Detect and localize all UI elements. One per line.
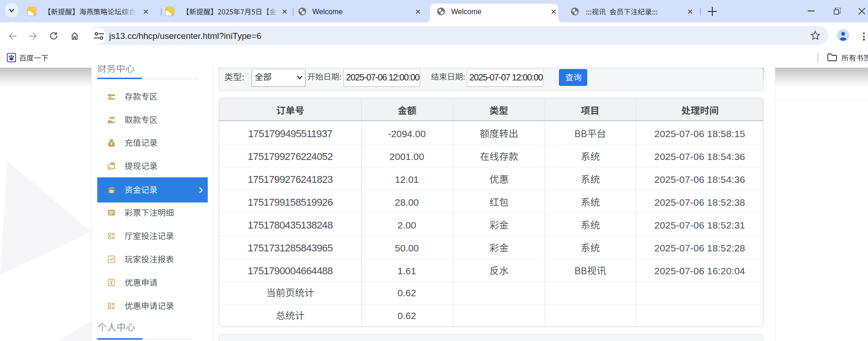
svg-text:¥: ¥ — [110, 141, 113, 145]
